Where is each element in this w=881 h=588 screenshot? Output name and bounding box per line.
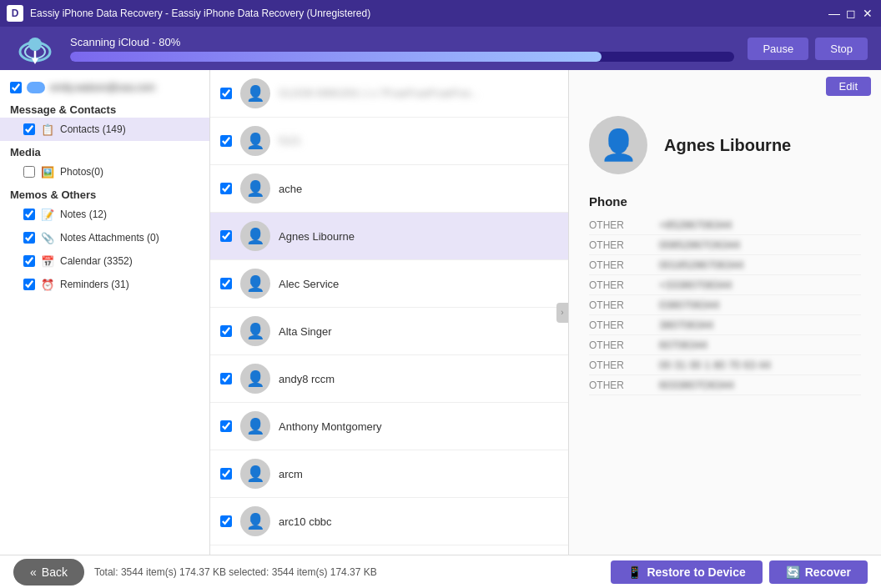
phone-type-4: OTHER bbox=[589, 279, 639, 291]
notes-icon: 📝 bbox=[40, 207, 55, 222]
notes-attachments-checkbox[interactable] bbox=[23, 232, 35, 244]
contact-avatar-3: 👤 bbox=[240, 173, 270, 204]
progress-track bbox=[70, 52, 734, 62]
phone-number-3: 00185286706344 bbox=[659, 259, 743, 271]
progress-section: Scanning iCloud - 80% bbox=[70, 36, 734, 62]
notes-checkbox[interactable] bbox=[23, 209, 35, 220]
back-arrows-icon: « bbox=[30, 565, 37, 579]
stop-button[interactable]: Stop bbox=[815, 38, 868, 60]
contact-item-6[interactable]: 👤 Alta Singer bbox=[210, 308, 568, 355]
phone-number-5: 0380706344 bbox=[659, 299, 719, 311]
contact-avatar-8: 👤 bbox=[240, 411, 270, 441]
contact-checkbox-6[interactable] bbox=[220, 325, 232, 337]
phone-section-title: Phone bbox=[589, 194, 861, 209]
contact-checkbox-10[interactable] bbox=[220, 515, 232, 527]
sidebar-email-row[interactable]: emily.watson@usa.com bbox=[0, 77, 209, 98]
progress-fill bbox=[70, 52, 602, 62]
contact-checkbox-9[interactable] bbox=[220, 468, 232, 480]
contact-checkbox-2[interactable] bbox=[220, 135, 232, 147]
reminders-checkbox[interactable] bbox=[23, 279, 35, 290]
contact-name-2: 5121 bbox=[279, 135, 301, 147]
notes-attachments-label: Notes Attachments (0) bbox=[60, 232, 159, 244]
contact-name-4: Agnes Libourne bbox=[279, 230, 355, 243]
contact-name-1: S11536 00661501 1 s 7FcaeFcaeFcaeFcw... bbox=[279, 88, 478, 99]
titlebar-left: D Eassiy iPhone Data Recovery - Eassiy i… bbox=[7, 5, 370, 22]
sidebar-item-notes-attachments[interactable]: 📎 Notes Attachments (0) bbox=[0, 226, 209, 249]
contacts-label: Contacts (149) bbox=[60, 123, 126, 135]
calendar-label: Calendar (3352) bbox=[60, 255, 133, 267]
contact-item-5[interactable]: 👤 Alec Service bbox=[210, 260, 568, 308]
contact-checkbox-7[interactable] bbox=[220, 373, 232, 384]
photos-label: Photos(0) bbox=[60, 166, 103, 178]
calendar-checkbox[interactable] bbox=[23, 255, 35, 267]
reminders-label: Reminders (31) bbox=[60, 279, 129, 290]
contact-name-10: arc10 cbbc bbox=[279, 515, 332, 528]
phone-type-6: OTHER bbox=[589, 319, 639, 331]
contact-avatar-10: 👤 bbox=[240, 506, 270, 536]
contact-name-6: Alta Singer bbox=[279, 325, 332, 338]
sidebar-item-reminders[interactable]: ⏰ Reminders (31) bbox=[0, 273, 209, 296]
contact-item-8[interactable]: 👤 Anthony Montgomery bbox=[210, 403, 568, 450]
maximize-button[interactable]: ◻ bbox=[844, 7, 858, 20]
phone-type-9: OTHER bbox=[589, 379, 639, 391]
sidebar-item-calendar[interactable]: 📅 Calendar (3352) bbox=[0, 249, 209, 273]
restore-to-device-button[interactable]: 📱 Restore to Device bbox=[611, 560, 762, 584]
profile-avatar: 👤 bbox=[589, 116, 647, 174]
contact-item-3[interactable]: 👤 ache bbox=[210, 165, 568, 213]
section-label-media: Media bbox=[0, 141, 209, 160]
section-label-memos: Memos & Others bbox=[0, 183, 209, 203]
contact-name-9: arcm bbox=[279, 468, 303, 480]
contact-name-8: Anthony Montgomery bbox=[279, 420, 382, 433]
contact-checkbox-8[interactable] bbox=[220, 420, 232, 432]
sidebar-item-photos[interactable]: 🖼️ Photos(0) bbox=[0, 160, 209, 183]
phone-type-3: OTHER bbox=[589, 259, 639, 271]
contact-avatar-4: 👤 bbox=[240, 221, 270, 251]
contact-checkbox-5[interactable] bbox=[220, 278, 232, 289]
contact-list-panel: 👤 S11536 00661501 1 s 7FcaeFcaeFcaeFcw..… bbox=[210, 70, 569, 555]
window-title: Eassiy iPhone Data Recovery - Eassiy iPh… bbox=[30, 8, 370, 19]
progress-area: Scanning iCloud - 80% Pause Stop bbox=[0, 27, 881, 70]
profile-name: Agnes Libourne bbox=[664, 136, 791, 155]
email-checkbox[interactable] bbox=[10, 82, 22, 93]
phone-type-8: OTHER bbox=[589, 359, 639, 371]
phone-row-6: OTHER 380706344 bbox=[589, 315, 861, 335]
recover-button[interactable]: 🔄 Recover bbox=[769, 560, 868, 584]
back-label: Back bbox=[42, 565, 68, 579]
icloud-icon bbox=[27, 82, 45, 93]
sidebar-item-contacts[interactable]: 📋 Contacts (149) bbox=[0, 118, 209, 141]
svg-point-2 bbox=[28, 38, 42, 51]
contact-checkbox-4[interactable] bbox=[220, 230, 232, 242]
phone-row-9: OTHER 6033807O6344 bbox=[589, 375, 861, 395]
contact-avatar-7: 👤 bbox=[240, 364, 270, 394]
reminders-icon: ⏰ bbox=[40, 277, 55, 292]
back-button[interactable]: « Back bbox=[13, 559, 84, 585]
main-content: emily.watson@usa.com Message & Contacts … bbox=[0, 70, 881, 555]
contact-checkbox-3[interactable] bbox=[220, 183, 232, 194]
close-button[interactable]: ✕ bbox=[861, 7, 874, 20]
edit-button[interactable]: Edit bbox=[826, 77, 871, 96]
phone-number-6: 380706344 bbox=[659, 319, 713, 331]
panel-resize-handle[interactable]: › bbox=[556, 303, 568, 323]
photos-icon: 🖼️ bbox=[40, 164, 55, 179]
calendar-icon: 📅 bbox=[40, 254, 55, 269]
contact-item-7[interactable]: 👤 andy8 rccm bbox=[210, 355, 568, 403]
contact-item-4[interactable]: 👤 Agnes Libourne bbox=[210, 213, 568, 260]
detail-panel: Edit 👤 Agnes Libourne Phone OTHER +85286… bbox=[569, 70, 881, 555]
contact-checkbox-1[interactable] bbox=[220, 88, 232, 99]
progress-label: Scanning iCloud - 80% bbox=[70, 36, 734, 48]
contact-item-2[interactable]: 👤 5121 bbox=[210, 118, 568, 165]
notes-attachments-icon: 📎 bbox=[40, 230, 55, 245]
contact-item-10[interactable]: 👤 arc10 cbbc bbox=[210, 498, 568, 545]
pause-button[interactable]: Pause bbox=[748, 38, 808, 60]
contact-item-9[interactable]: 👤 arcm bbox=[210, 450, 568, 498]
phone-type-7: OTHER bbox=[589, 339, 639, 351]
phone-number-2: 00852867O6344 bbox=[659, 239, 740, 251]
photos-checkbox[interactable] bbox=[23, 166, 35, 178]
contact-item-1[interactable]: 👤 S11536 00661501 1 s 7FcaeFcaeFcaeFcw..… bbox=[210, 70, 568, 118]
contacts-checkbox[interactable] bbox=[23, 123, 35, 135]
section-label-message-contacts: Message & Contacts bbox=[0, 98, 209, 118]
email-label: emily.watson@usa.com bbox=[50, 82, 155, 93]
minimize-button[interactable]: — bbox=[828, 7, 841, 20]
sidebar-item-notes[interactable]: 📝 Notes (12) bbox=[0, 203, 209, 226]
contact-name-7: andy8 rccm bbox=[279, 373, 335, 385]
